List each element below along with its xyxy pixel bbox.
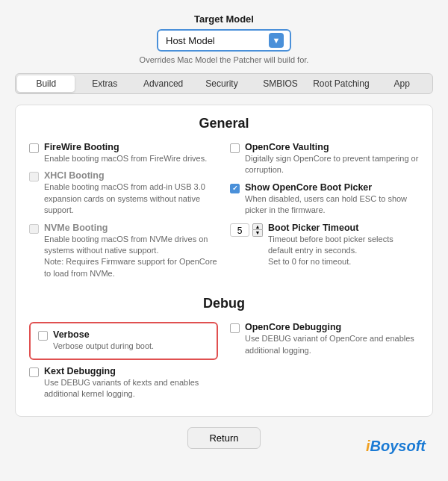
debug-section: Debug Verbose Verbose output during boot…	[29, 296, 419, 406]
xhci-title: XHCI Booting	[44, 170, 218, 181]
tab-app[interactable]: App	[373, 75, 431, 92]
oc-boot-picker-desc: When disabled, users can hold ESC to sho…	[245, 193, 419, 217]
oc-vaulting-desc: Digitally sign OpenCore to prevent tampe…	[245, 153, 419, 176]
oc-debugging-checkbox[interactable]	[230, 323, 240, 333]
content-area: General FireWire Booting Enable booting …	[15, 105, 433, 417]
oc-debugging-title: OpenCore Debugging	[245, 322, 419, 332]
oc-boot-picker-option: Show OpenCore Boot Picker When disabled,…	[230, 182, 419, 217]
oc-boot-picker-checkbox[interactable]	[230, 184, 240, 193]
general-right-col: OpenCore Vaulting Digitally sign OpenCor…	[230, 142, 419, 285]
oc-vaulting-option: OpenCore Vaulting Digitally sign OpenCor…	[230, 142, 419, 176]
footer: Return iBoysoft	[15, 417, 433, 455]
target-model-hint: Overrides Mac Model the Patcher will bui…	[15, 55, 433, 64]
dropdown-arrow-icon: ▼	[269, 33, 284, 48]
spinner-control[interactable]: 5 ▲ ▼	[230, 223, 263, 237]
verbose-desc: Verbose output during boot.	[53, 341, 209, 352]
tab-extras[interactable]: Extras	[75, 75, 133, 92]
oc-vaulting-checkbox[interactable]	[230, 143, 240, 153]
firewire-desc: Enable booting macOS from FireWire drive…	[44, 153, 218, 164]
tab-smbios[interactable]: SMBIOS	[252, 75, 309, 92]
boot-timeout-desc: Timeout before boot picker selects defau…	[268, 234, 419, 268]
verbose-title: Verbose	[53, 329, 209, 340]
firewire-option: FireWire Booting Enable booting macOS fr…	[29, 142, 218, 164]
tab-advanced[interactable]: Advanced	[134, 75, 192, 92]
return-button[interactable]: Return	[187, 427, 260, 449]
spinner-up-button[interactable]: ▲	[252, 223, 263, 230]
oc-vaulting-title: OpenCore Vaulting	[245, 142, 419, 152]
kext-debugging-desc: Use DEBUG variants of kexts and enables …	[44, 377, 218, 400]
kext-debugging-title: Kext Debugging	[44, 366, 218, 376]
debug-left-col: Verbose Verbose output during boot. Kext…	[29, 322, 218, 406]
spinner-buttons: ▲ ▼	[252, 223, 263, 237]
boot-timeout-title: Boot Picker Timeout	[268, 223, 419, 233]
tab-bar: Build Extras Advanced Security SMBIOS Ro…	[15, 73, 433, 94]
general-left-col: FireWire Booting Enable booting macOS fr…	[29, 142, 218, 285]
nvme-desc: Enable booting macOS from NVMe drives on…	[44, 234, 218, 280]
verbose-checkbox[interactable]	[38, 331, 48, 341]
general-options-grid: FireWire Booting Enable booting macOS fr…	[29, 142, 419, 285]
main-window: Target Model Host Model ▼ Overrides Mac …	[0, 0, 448, 481]
firewire-title: FireWire Booting	[44, 142, 218, 152]
target-model-section: Target Model Host Model ▼ Overrides Mac …	[15, 13, 433, 64]
iboysoft-logo: iBoysoft	[366, 438, 426, 455]
oc-debugging-option: OpenCore Debugging Use DEBUG variant of …	[230, 322, 419, 356]
oc-debugging-desc: Use DEBUG variant of OpenCore and enable…	[245, 333, 419, 356]
host-model-dropdown[interactable]: Host Model ▼	[157, 29, 291, 52]
debug-right-col: OpenCore Debugging Use DEBUG variant of …	[230, 322, 419, 406]
spinner-down-button[interactable]: ▼	[252, 230, 263, 237]
xhci-desc: Enable booting macOS from add-in USB 3.0…	[44, 181, 218, 216]
tab-security[interactable]: Security	[193, 75, 250, 92]
tab-root-patching[interactable]: Root Patching	[310, 75, 372, 92]
oc-boot-picker-title: Show OpenCore Boot Picker	[245, 182, 419, 193]
debug-options-grid: Verbose Verbose output during boot. Kext…	[29, 322, 419, 406]
kext-debugging-checkbox[interactable]	[29, 367, 39, 377]
general-section-title: General	[29, 116, 419, 131]
dropdown-value: Host Model	[166, 35, 215, 46]
nvme-title: NVMe Booting	[44, 223, 218, 233]
nvme-checkbox[interactable]	[29, 224, 39, 234]
kext-debugging-option: Kext Debugging Use DEBUG variants of kex…	[29, 366, 218, 400]
spinner-value: 5	[230, 223, 249, 237]
boot-picker-timeout-option: 5 ▲ ▼ Boot Picker Timeout Timeout before…	[230, 223, 419, 268]
debug-section-title: Debug	[29, 296, 419, 311]
xhci-checkbox[interactable]	[29, 172, 39, 181]
verbose-option: Verbose Verbose output during boot.	[29, 322, 218, 359]
nvme-option: NVMe Booting Enable booting macOS from N…	[29, 223, 218, 280]
target-model-title: Target Model	[15, 13, 433, 25]
firewire-checkbox[interactable]	[29, 143, 39, 153]
xhci-option: XHCI Booting Enable booting macOS from a…	[29, 170, 218, 216]
tab-build[interactable]: Build	[17, 75, 75, 92]
